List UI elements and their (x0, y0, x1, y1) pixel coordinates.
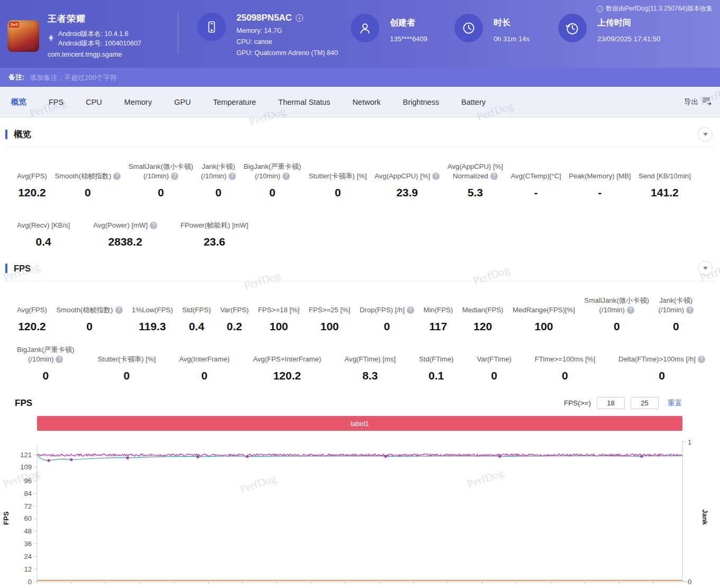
fps-stat: SmallJank(微小卡顿)(/10min)0 (585, 295, 649, 333)
help-icon[interactable] (698, 356, 705, 363)
overview-section-title: 概览 (14, 129, 31, 140)
fps-stat: Std(FTime)0.1 (419, 345, 453, 382)
help-icon[interactable] (282, 173, 290, 180)
stat-label: 1%Low(FPS) (132, 305, 173, 315)
note-input[interactable] (30, 74, 712, 82)
stat-label: Avg(FTime) [ms] (344, 355, 396, 364)
section-accent-bar (5, 264, 7, 273)
stat-label: Var(FTime) (477, 355, 511, 364)
overview-stat: BigJank(严重卡顿)(/10min)0 (244, 161, 301, 199)
fps-stat: Delta(FTime)>100ms [/h]0 (618, 345, 705, 382)
device-info-block: 25098PN5AC Memory: 14.7G CPU: canoe GPU:… (178, 0, 351, 57)
help-icon[interactable] (113, 173, 121, 180)
stat-value: 120.2 (18, 186, 46, 199)
tab-fps[interactable]: FPS (38, 98, 75, 106)
help-icon[interactable] (56, 356, 63, 363)
stat-label: (/10min) (659, 305, 684, 315)
overview-stat: FPower(帧能耗) [mW]23.6 (180, 211, 248, 248)
creator-block: 创建者 135****6409 (351, 0, 454, 43)
stat-label: Peak(Memory) [MB] (569, 171, 631, 181)
collect-info: 数据由PerfDog(11.3.250764)版本收集 (597, 4, 713, 13)
fps-stat: Drop(FPS) [/h]0 (360, 295, 414, 333)
stat-label: (/10min) (143, 171, 169, 181)
help-icon[interactable] (432, 173, 440, 180)
help-icon[interactable] (686, 306, 694, 314)
tab-cpu[interactable]: CPU (75, 98, 113, 106)
overview-section: 概览 Avg(FPS)120.2Smooth(稳帧指数)0SmallJank(微… (0, 117, 720, 255)
overview-stat: Avg(CTemp)[°C]- (511, 161, 561, 199)
stat-value: 0.2 (227, 320, 242, 333)
stat-label: Min(FPS) (423, 305, 453, 315)
help-icon[interactable] (490, 173, 498, 180)
fps-stat: FPS>=18 [%]100 (258, 295, 299, 333)
stat-value: 0.1 (429, 369, 444, 382)
overview-stat: Peak(Memory) [MB]- (569, 161, 631, 199)
android-version-name: Android版本名: 10.4.1.6 (58, 29, 141, 39)
stat-label: Avg(AppCPU) [%] (375, 171, 430, 181)
section-divider (5, 281, 715, 282)
clock-icon (454, 14, 483, 42)
tab-memory[interactable]: Memory (113, 98, 163, 106)
stat-label: (/10min) (201, 171, 226, 181)
device-cpu: CPU: canoe (236, 38, 338, 46)
creator-label: 创建者 (390, 17, 427, 29)
fps-chart[interactable]: 012243648607284961091210100:0001:3903:18… (0, 438, 720, 588)
stat-label: (/10min) (28, 355, 53, 364)
stat-value: 0 (85, 186, 91, 199)
help-icon[interactable] (150, 222, 157, 229)
help-icon[interactable] (407, 306, 414, 314)
stat-value: 0 (491, 369, 497, 382)
android-version-code: Android版本号: 1004010607 (58, 39, 141, 48)
stat-label: Jank(卡顿) (659, 296, 692, 305)
nav-tabs-bar: 概览FPSCPUMemoryGPUTemperatureThermal Stat… (0, 87, 720, 117)
stat-label: Avg(CTemp)[°C] (511, 171, 561, 181)
overview-collapse-button[interactable] (698, 127, 713, 142)
stat-value: 0 (86, 320, 93, 333)
tab-temperature[interactable]: Temperature (202, 98, 267, 106)
overview-stat: Send [KB/10min]141.2 (639, 161, 691, 199)
tab-battery[interactable]: Battery (450, 98, 497, 106)
fps-stat: Stutter(卡顿率) [%]0 (97, 345, 156, 382)
tab-thermal-status[interactable]: Thermal Status (267, 98, 341, 106)
chart-label-banner: label1 (37, 416, 682, 431)
svg-text:84: 84 (24, 490, 32, 497)
stat-label: Smooth(稳帧指数) (57, 305, 113, 315)
tab-gpu[interactable]: GPU (163, 98, 202, 106)
stat-value: 0.4 (189, 320, 204, 333)
device-info-icon[interactable] (296, 14, 303, 22)
help-icon[interactable] (171, 173, 178, 180)
stat-value: 0 (201, 369, 207, 382)
device-gpu: GPU: Qualcomm Adreno (TM) 840 (236, 49, 338, 57)
tab-brightness[interactable]: Brightness (392, 98, 451, 106)
section-accent-bar (5, 130, 7, 139)
note-bar: 备注: (0, 68, 720, 87)
device-name: 25098PN5AC (236, 13, 292, 23)
export-button[interactable]: 导出 (684, 97, 712, 107)
fps-stat: Avg(InterFrame)0 (179, 345, 230, 382)
fps-stat: Avg(FTime) [ms]8.3 (344, 345, 396, 382)
stat-label: Drop(FPS) [/h] (360, 305, 405, 315)
fps-collapse-button[interactable] (698, 261, 713, 276)
device-memory: Memory: 14.7G (236, 27, 338, 34)
stat-value: 0.4 (35, 236, 51, 248)
svg-text:109: 109 (20, 463, 32, 471)
overview-stats-row-1: Avg(FPS)120.2Smooth(稳帧指数)0SmallJank(微小卡顿… (0, 161, 720, 199)
fps-stat: Var(FTime)0 (477, 345, 511, 382)
svg-text:12: 12 (24, 565, 32, 573)
help-icon[interactable] (115, 306, 123, 314)
stat-label: Std(FPS) (182, 305, 211, 315)
tab-概览[interactable]: 概览 (0, 97, 38, 107)
fps-threshold-low-input[interactable] (597, 397, 625, 409)
reset-link[interactable]: 重置 (668, 399, 682, 408)
fps-stat: Smooth(稳帧指数)0 (57, 295, 123, 333)
stat-label: Var(FPS) (220, 305, 249, 315)
tab-network[interactable]: Network (341, 98, 391, 106)
fps-threshold-high-input[interactable] (631, 397, 659, 409)
android-icon (48, 34, 54, 44)
svg-text:Jank: Jank (701, 509, 709, 525)
fps-stat: Std(FPS)0.4 (182, 295, 211, 333)
help-icon[interactable] (229, 173, 236, 180)
overview-stat: Avg(AppCPU) [%]23.9 (375, 161, 440, 199)
help-icon[interactable] (627, 306, 634, 314)
overview-stats-row-2: Avg(Recv) [KB/s]0.4Avg(Power) [mW]2838.2… (0, 211, 720, 255)
